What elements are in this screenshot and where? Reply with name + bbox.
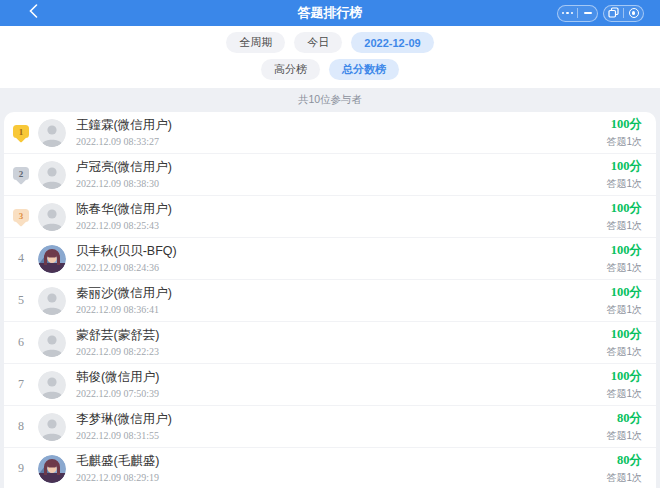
attempt-time: 2022.12.09 08:36:41 <box>76 304 606 315</box>
board-tab-row: 高分榜总分数榜 <box>0 59 660 80</box>
attempt-count: 答题1次 <box>606 261 642 275</box>
avatar <box>38 287 66 315</box>
avatar <box>38 371 66 399</box>
rank-number: 5 <box>18 293 24 308</box>
score-value: 100分 <box>606 284 642 301</box>
attempt-count: 答题1次 <box>606 303 642 317</box>
period-tab-2[interactable]: 2022-12-09 <box>351 32 433 53</box>
leaderboard-row[interactable]: 3 陈春华(微信用户) 2022.12.09 08:25:43 100分 答题1… <box>4 196 656 238</box>
score-cell: 100分 答题1次 <box>606 116 642 149</box>
score-cell: 100分 答题1次 <box>606 284 642 317</box>
more-button[interactable] <box>558 6 577 21</box>
restore-button[interactable] <box>604 6 623 21</box>
user-info: 贝丰秋(贝贝-BFQ) 2022.12.09 08:24:36 <box>76 244 606 273</box>
person-icon <box>38 161 66 189</box>
user-info: 毛麒盛(毛麒盛) 2022.12.09 08:29:19 <box>76 454 606 483</box>
score-value: 100分 <box>606 200 642 217</box>
person-icon <box>38 203 66 231</box>
avatar <box>38 119 66 147</box>
exit-icon <box>629 8 639 18</box>
exit-button[interactable] <box>624 6 643 21</box>
attempt-count: 答题1次 <box>606 177 642 191</box>
rank-number: 7 <box>18 377 24 392</box>
score-cell: 80分 答题1次 <box>606 452 642 485</box>
rank-number: 6 <box>18 335 24 350</box>
rank-cell: 9 <box>4 461 38 476</box>
rank-cell: 1 <box>4 127 38 139</box>
period-tab-0[interactable]: 全周期 <box>226 32 285 53</box>
score-value: 100分 <box>606 242 642 259</box>
participants-count-bar: 共10位参与者 <box>0 88 660 112</box>
rank-cell: 6 <box>4 335 38 350</box>
user-name: 贝丰秋(贝贝-BFQ) <box>76 244 606 260</box>
window-controls <box>557 5 644 22</box>
score-cell: 80分 答题1次 <box>606 410 642 443</box>
user-name: 蒙舒芸(蒙舒芸) <box>76 328 606 344</box>
attempt-count: 答题1次 <box>606 345 642 359</box>
attempt-time: 2022.12.09 08:22:23 <box>76 346 606 357</box>
period-tab-1[interactable]: 今日 <box>294 32 342 53</box>
gold-medal-badge: 1 <box>13 125 29 139</box>
attempt-count: 答题1次 <box>606 471 642 485</box>
user-info: 蒙舒芸(蒙舒芸) 2022.12.09 08:22:23 <box>76 328 606 357</box>
score-value: 80分 <box>606 410 642 427</box>
attempt-time: 2022.12.09 08:25:43 <box>76 220 606 231</box>
attempt-count: 答题1次 <box>606 429 642 443</box>
user-name: 王鐘霖(微信用户) <box>76 118 606 134</box>
window-control-group <box>603 5 644 22</box>
rank-number: 9 <box>18 461 24 476</box>
person-icon <box>38 119 66 147</box>
back-button[interactable] <box>22 2 44 24</box>
silver-medal-badge: 2 <box>13 167 29 181</box>
user-info: 韩俊(微信用户) 2022.12.09 07:50:39 <box>76 370 606 399</box>
rank-number: 4 <box>18 251 24 266</box>
attempt-count: 答题1次 <box>606 135 642 149</box>
menu-control-group <box>557 5 598 22</box>
rank-number: 8 <box>18 419 24 434</box>
avatar <box>38 245 66 273</box>
rank-cell: 4 <box>4 251 38 266</box>
more-icon <box>562 12 574 15</box>
avatar <box>38 203 66 231</box>
minimize-button[interactable] <box>578 6 597 21</box>
attempt-count: 答题1次 <box>606 387 642 401</box>
attempt-time: 2022.12.09 08:24:36 <box>76 262 606 273</box>
profile-photo <box>38 245 66 273</box>
user-name: 卢冠亮(微信用户) <box>76 160 606 176</box>
leaderboard-row[interactable]: 4 贝丰秋(贝贝-BFQ) 2022.12.09 08:24:36 100分 答… <box>4 238 656 280</box>
rank-cell: 7 <box>4 377 38 392</box>
avatar <box>38 455 66 483</box>
leaderboard-row[interactable]: 9 毛麒盛(毛麒盛) 2022.12.09 08:29:19 80分 答题1次 <box>4 448 656 488</box>
rank-cell: 5 <box>4 293 38 308</box>
leaderboard-list: 1 王鐘霖(微信用户) 2022.12.09 08:33:27 100分 答题1… <box>4 112 656 488</box>
leaderboard-row[interactable]: 6 蒙舒芸(蒙舒芸) 2022.12.09 08:22:23 100分 答题1次 <box>4 322 656 364</box>
attempt-count: 答题1次 <box>606 219 642 233</box>
user-info: 王鐘霖(微信用户) 2022.12.09 08:33:27 <box>76 118 606 147</box>
leaderboard-row[interactable]: 1 王鐘霖(微信用户) 2022.12.09 08:33:27 100分 答题1… <box>4 112 656 154</box>
bronze-medal-badge: 3 <box>13 209 29 223</box>
leaderboard-row[interactable]: 5 秦丽沙(微信用户) 2022.12.09 08:36:41 100分 答题1… <box>4 280 656 322</box>
leaderboard-row[interactable]: 8 李梦琳(微信用户) 2022.12.09 08:31:55 80分 答题1次 <box>4 406 656 448</box>
rank-cell: 3 <box>4 211 38 223</box>
user-info: 陈春华(微信用户) 2022.12.09 08:25:43 <box>76 202 606 231</box>
chevron-left-icon <box>29 4 38 22</box>
attempt-time: 2022.12.09 08:31:55 <box>76 430 606 441</box>
person-icon <box>38 329 66 357</box>
score-value: 100分 <box>606 326 642 343</box>
filter-section: 全周期今日2022-12-09 高分榜总分数榜 <box>0 26 660 88</box>
board-tab-0[interactable]: 高分榜 <box>261 59 320 80</box>
leaderboard-row[interactable]: 2 卢冠亮(微信用户) 2022.12.09 08:38:30 100分 答题1… <box>4 154 656 196</box>
attempt-time: 2022.12.09 07:50:39 <box>76 388 606 399</box>
attempt-time: 2022.12.09 08:33:27 <box>76 136 606 147</box>
board-tab-1[interactable]: 总分数榜 <box>329 59 399 80</box>
participants-count-text: 共10位参与者 <box>298 93 362 107</box>
avatar <box>38 329 66 357</box>
rank-cell: 8 <box>4 419 38 434</box>
leaderboard-row[interactable]: 7 韩俊(微信用户) 2022.12.09 07:50:39 100分 答题1次 <box>4 364 656 406</box>
user-name: 韩俊(微信用户) <box>76 370 606 386</box>
person-icon <box>38 287 66 315</box>
person-icon <box>38 371 66 399</box>
person-icon <box>38 413 66 441</box>
score-cell: 100分 答题1次 <box>606 158 642 191</box>
profile-photo <box>38 455 66 483</box>
